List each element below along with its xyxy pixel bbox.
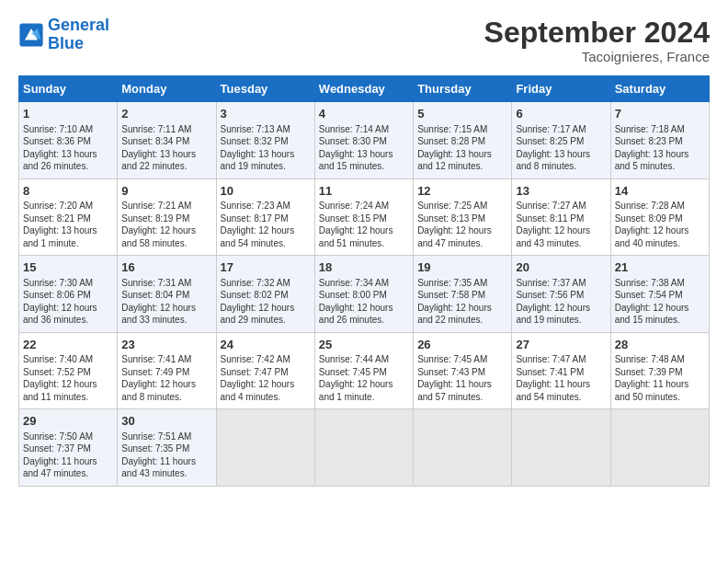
day-number: 10: [221, 183, 311, 200]
calendar-cell: [216, 409, 314, 487]
day-number: 27: [516, 337, 606, 353]
header-row: Sunday Monday Tuesday Wednesday Thursday…: [19, 76, 710, 102]
calendar-cell: 23Sunrise: 7:41 AM Sunset: 7:49 PM Dayli…: [118, 332, 216, 409]
day-info: Sunrise: 7:28 AM Sunset: 8:09 PM Dayligh…: [615, 200, 705, 249]
day-number: 21: [615, 259, 705, 276]
day-number: 12: [417, 183, 507, 200]
col-tuesday: Tuesday: [216, 76, 314, 102]
day-number: 14: [615, 183, 705, 200]
day-info: Sunrise: 7:41 AM Sunset: 7:49 PM Dayligh…: [121, 353, 211, 403]
day-number: 11: [319, 183, 409, 200]
calendar-cell: 28Sunrise: 7:48 AM Sunset: 7:39 PM Dayli…: [610, 332, 709, 409]
calendar-cell: 27Sunrise: 7:47 AM Sunset: 7:41 PM Dayli…: [512, 332, 610, 409]
calendar-cell: 29Sunrise: 7:50 AM Sunset: 7:37 PM Dayli…: [19, 409, 118, 487]
day-info: Sunrise: 7:48 AM Sunset: 7:39 PM Dayligh…: [615, 353, 705, 403]
calendar-cell: 20Sunrise: 7:37 AM Sunset: 7:56 PM Dayli…: [512, 256, 610, 333]
calendar-cell: 30Sunrise: 7:51 AM Sunset: 7:35 PM Dayli…: [118, 409, 216, 487]
calendar-cell: 12Sunrise: 7:25 AM Sunset: 8:13 PM Dayli…: [414, 178, 512, 256]
calendar-cell: 13Sunrise: 7:27 AM Sunset: 8:11 PM Dayli…: [512, 178, 610, 256]
day-number: 29: [23, 413, 113, 430]
calendar-week-2: 8Sunrise: 7:20 AM Sunset: 8:21 PM Daylig…: [19, 178, 710, 256]
calendar-cell: 7Sunrise: 7:18 AM Sunset: 8:23 PM Daylig…: [610, 102, 709, 179]
day-number: 9: [121, 183, 211, 200]
day-number: 25: [319, 337, 409, 353]
day-info: Sunrise: 7:21 AM Sunset: 8:19 PM Dayligh…: [121, 200, 211, 249]
day-number: 19: [417, 259, 507, 276]
calendar-week-4: 22Sunrise: 7:40 AM Sunset: 7:52 PM Dayli…: [19, 332, 710, 409]
calendar-cell: 3Sunrise: 7:13 AM Sunset: 8:32 PM Daylig…: [216, 102, 314, 179]
day-number: 13: [516, 183, 606, 200]
day-number: 18: [319, 259, 409, 276]
day-number: 20: [516, 259, 606, 276]
calendar-cell: 19Sunrise: 7:35 AM Sunset: 7:58 PM Dayli…: [414, 256, 512, 333]
day-info: Sunrise: 7:35 AM Sunset: 7:58 PM Dayligh…: [417, 277, 507, 327]
day-info: Sunrise: 7:18 AM Sunset: 8:23 PM Dayligh…: [615, 123, 705, 173]
day-info: Sunrise: 7:40 AM Sunset: 7:52 PM Dayligh…: [23, 353, 113, 403]
logo-line1: General: [48, 16, 109, 34]
calendar-cell: 18Sunrise: 7:34 AM Sunset: 8:00 PM Dayli…: [314, 256, 413, 333]
day-number: 30: [121, 413, 211, 430]
day-number: 5: [417, 106, 507, 122]
logo-text: General Blue: [48, 17, 109, 53]
calendar-week-5: 29Sunrise: 7:50 AM Sunset: 7:37 PM Dayli…: [19, 409, 710, 487]
col-wednesday: Wednesday: [314, 76, 413, 102]
day-number: 1: [23, 106, 113, 122]
day-info: Sunrise: 7:47 AM Sunset: 7:41 PM Dayligh…: [516, 353, 606, 403]
calendar-table: Sunday Monday Tuesday Wednesday Thursday…: [18, 75, 710, 487]
calendar-body: 1Sunrise: 7:10 AM Sunset: 8:36 PM Daylig…: [19, 102, 710, 487]
day-info: Sunrise: 7:50 AM Sunset: 7:37 PM Dayligh…: [23, 431, 113, 480]
calendar-cell: 8Sunrise: 7:20 AM Sunset: 8:21 PM Daylig…: [19, 178, 118, 256]
day-info: Sunrise: 7:32 AM Sunset: 8:02 PM Dayligh…: [221, 277, 311, 327]
header: General Blue September 2024 Tacoignieres…: [18, 17, 710, 64]
day-info: Sunrise: 7:44 AM Sunset: 7:45 PM Dayligh…: [319, 353, 409, 403]
day-number: 26: [417, 337, 507, 353]
day-number: 7: [615, 106, 705, 122]
calendar-cell: 10Sunrise: 7:23 AM Sunset: 8:17 PM Dayli…: [216, 178, 314, 256]
calendar-cell: 14Sunrise: 7:28 AM Sunset: 8:09 PM Dayli…: [610, 178, 709, 256]
calendar-cell: 15Sunrise: 7:30 AM Sunset: 8:06 PM Dayli…: [19, 256, 118, 333]
calendar-cell: 22Sunrise: 7:40 AM Sunset: 7:52 PM Dayli…: [19, 332, 118, 409]
calendar-title: September 2024: [484, 17, 710, 49]
day-info: Sunrise: 7:15 AM Sunset: 8:28 PM Dayligh…: [417, 123, 507, 173]
day-info: Sunrise: 7:11 AM Sunset: 8:34 PM Dayligh…: [121, 123, 211, 173]
day-info: Sunrise: 7:42 AM Sunset: 7:47 PM Dayligh…: [221, 353, 311, 403]
day-number: 16: [121, 259, 211, 276]
calendar-cell: 16Sunrise: 7:31 AM Sunset: 8:04 PM Dayli…: [118, 256, 216, 333]
logo-icon: [18, 22, 44, 48]
day-info: Sunrise: 7:34 AM Sunset: 8:00 PM Dayligh…: [319, 277, 409, 327]
logo: General Blue: [18, 17, 109, 53]
col-sunday: Sunday: [19, 76, 118, 102]
day-info: Sunrise: 7:51 AM Sunset: 7:35 PM Dayligh…: [121, 431, 211, 480]
calendar-cell: 9Sunrise: 7:21 AM Sunset: 8:19 PM Daylig…: [118, 178, 216, 256]
day-info: Sunrise: 7:14 AM Sunset: 8:30 PM Dayligh…: [319, 123, 409, 173]
day-info: Sunrise: 7:10 AM Sunset: 8:36 PM Dayligh…: [23, 123, 113, 173]
day-number: 3: [221, 106, 311, 122]
day-info: Sunrise: 7:38 AM Sunset: 7:54 PM Dayligh…: [615, 277, 705, 327]
calendar-cell: 25Sunrise: 7:44 AM Sunset: 7:45 PM Dayli…: [314, 332, 413, 409]
day-number: 24: [221, 337, 311, 353]
day-info: Sunrise: 7:23 AM Sunset: 8:17 PM Dayligh…: [221, 200, 311, 249]
day-number: 8: [23, 183, 113, 200]
day-number: 23: [121, 337, 211, 353]
day-info: Sunrise: 7:25 AM Sunset: 8:13 PM Dayligh…: [417, 200, 507, 249]
day-info: Sunrise: 7:27 AM Sunset: 8:11 PM Dayligh…: [516, 200, 606, 249]
day-number: 4: [319, 106, 409, 122]
day-number: 22: [23, 337, 113, 353]
day-info: Sunrise: 7:30 AM Sunset: 8:06 PM Dayligh…: [23, 277, 113, 327]
col-thursday: Thursday: [414, 76, 512, 102]
day-info: Sunrise: 7:17 AM Sunset: 8:25 PM Dayligh…: [516, 123, 606, 173]
day-info: Sunrise: 7:24 AM Sunset: 8:15 PM Dayligh…: [319, 200, 409, 249]
day-number: 2: [121, 106, 211, 122]
calendar-cell: 17Sunrise: 7:32 AM Sunset: 8:02 PM Dayli…: [216, 256, 314, 333]
day-number: 17: [221, 259, 311, 276]
calendar-cell: 6Sunrise: 7:17 AM Sunset: 8:25 PM Daylig…: [512, 102, 610, 179]
calendar-week-1: 1Sunrise: 7:10 AM Sunset: 8:36 PM Daylig…: [19, 102, 710, 179]
day-number: 15: [23, 259, 113, 276]
calendar-cell: 26Sunrise: 7:45 AM Sunset: 7:43 PM Dayli…: [414, 332, 512, 409]
calendar-cell: [314, 409, 413, 487]
calendar-cell: 1Sunrise: 7:10 AM Sunset: 8:36 PM Daylig…: [19, 102, 118, 179]
day-info: Sunrise: 7:31 AM Sunset: 8:04 PM Dayligh…: [121, 277, 211, 327]
calendar-cell: 11Sunrise: 7:24 AM Sunset: 8:15 PM Dayli…: [314, 178, 413, 256]
page: General Blue September 2024 Tacoignieres…: [0, 0, 728, 496]
day-info: Sunrise: 7:45 AM Sunset: 7:43 PM Dayligh…: [417, 353, 507, 403]
